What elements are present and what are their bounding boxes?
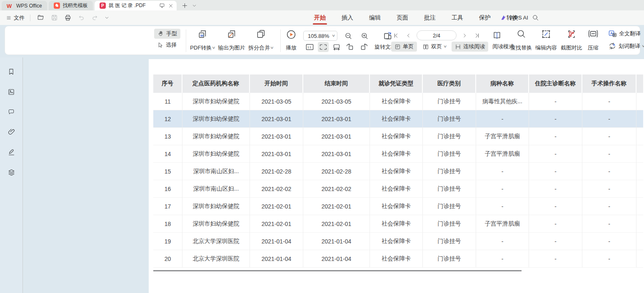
table-bottom-border (153, 270, 522, 271)
rotate-left-icon[interactable] (344, 42, 356, 52)
table-cell: 2021-03-01 (250, 145, 303, 163)
table-cell: 2021-03-05 (303, 93, 370, 110)
actual-size-icon[interactable]: 1:1 (304, 42, 315, 52)
screenshot-compare-button[interactable]: 截图对比 (561, 28, 582, 53)
pdf-convert-button[interactable]: W PDF转换˅ (190, 28, 215, 53)
docer-logo-icon (54, 2, 60, 9)
word-translate-button[interactable]: A文 划词翻译 ˅ (607, 41, 644, 51)
wps-ai-button[interactable]: WPS AI (500, 10, 528, 25)
close-tab-icon[interactable] (168, 3, 173, 8)
table-cell: 子宫平滑肌瘤 (476, 145, 529, 163)
thumbnails-icon[interactable] (6, 87, 17, 97)
tab-wps-office[interactable]: W WPS Office (2, 1, 47, 10)
last-page-icon[interactable] (473, 31, 482, 40)
next-page-icon[interactable] (461, 31, 469, 40)
table-cell: - (529, 110, 582, 128)
table-row[interactable]: 12深圳市妇幼保健院2021-03-012021-03-01社会保障卡门诊挂号-… (153, 110, 643, 128)
menu-item-2[interactable]: 编辑 (361, 10, 389, 25)
continuous-read-button[interactable]: 连续阅读 (452, 42, 488, 52)
table-row[interactable]: 19北京大学深圳医院2021-01-042021-01-04社会保障卡门诊挂号-… (153, 233, 643, 250)
layers-icon[interactable] (6, 167, 17, 178)
zoom-out-icon[interactable] (343, 31, 354, 41)
menu-item-5[interactable]: 工具 (444, 10, 471, 25)
table-header-cell: 开始时间 (250, 74, 303, 93)
print-icon[interactable] (63, 13, 73, 22)
redo-icon[interactable] (90, 13, 100, 22)
page-number-input[interactable]: 2/4 (417, 30, 457, 40)
table-cell: 2021-02-01 (250, 198, 303, 215)
full-translate-button[interactable]: A 全文翻译 (607, 29, 642, 38)
menu-item-0[interactable]: 开始 (306, 10, 334, 25)
compress-button[interactable]: 压缩 (588, 28, 599, 53)
play-label: 播放 (286, 44, 297, 52)
play-button[interactable]: 播放 (286, 28, 297, 53)
fit-width-icon[interactable] (318, 42, 329, 52)
rotate-right-icon[interactable] (358, 42, 369, 52)
zoom-level-select[interactable]: 105.88% ˅ (303, 31, 337, 41)
read-mode-icon[interactable] (491, 30, 503, 41)
save-icon[interactable] (50, 13, 59, 22)
new-tab-icon[interactable] (182, 2, 188, 9)
table-row[interactable]: 11深圳市妇幼保健院2021-03-052021-03-05社会保障卡门诊挂号病… (153, 93, 643, 110)
menu-item-6[interactable]: 保护 (471, 10, 499, 25)
more-actions-chevron-icon[interactable] (103, 14, 110, 21)
table-row[interactable]: 13深圳市妇幼保健院2021-03-012021-03-01社会保障卡门诊挂号子… (153, 128, 643, 145)
find-replace-button[interactable]: 查找替换 (510, 28, 532, 53)
document-viewport[interactable]: 序号定点医药机构名称开始时间结束时间就诊凭证类型医疗类别病种名称住院主诊断名称手… (23, 57, 644, 293)
table-cell: 社会保障卡 (370, 128, 423, 145)
table-cell: - (529, 233, 582, 250)
table-row[interactable]: 17深圳市妇幼保健院2021-02-012021-02-01社会保障卡门诊挂号-… (153, 198, 643, 215)
table-cell: 社会保障卡 (370, 198, 423, 215)
table-row[interactable]: 18深圳市妇幼保健院2021-02-012021-02-01社会保障卡门诊挂号子… (153, 215, 643, 233)
menu-item-1[interactable]: 插入 (334, 10, 361, 25)
single-page-button[interactable]: 单页 (391, 42, 417, 52)
attachments-icon[interactable] (6, 126, 17, 137)
double-page-button[interactable]: 双页 ˅ (419, 42, 449, 52)
search-icon[interactable] (531, 13, 540, 22)
table-cell: - (529, 198, 582, 215)
table-row[interactable]: 16深圳市南山区妇...2021-02-022021-02-02社会保障卡门诊挂… (153, 180, 643, 198)
medical-records-table: 序号定点医药机构名称开始时间结束时间就诊凭证类型医疗类别病种名称住院主诊断名称手… (153, 74, 643, 268)
file-menu-button[interactable]: 文件 (6, 14, 25, 22)
menu-item-3[interactable]: 页面 (389, 10, 416, 25)
comments-icon[interactable] (6, 107, 17, 117)
table-cell: 深圳市妇幼保健院 (182, 128, 250, 145)
table-cell: 19 (153, 233, 182, 250)
table-cell: - (582, 163, 637, 180)
export-as-image-button[interactable]: 输出为图片 (218, 28, 245, 53)
split-merge-label: 拆分合并 (248, 44, 270, 52)
chevron-down-icon: ˅ (332, 34, 335, 38)
table-header-cell: 就诊凭证类型 (370, 74, 423, 93)
edit-content-button[interactable]: 编辑内容 (535, 28, 557, 53)
signature-icon[interactable] (6, 146, 17, 158)
table-row[interactable]: 15深圳市南山区妇...2021-02-282021-02-28社会保障卡门诊挂… (153, 163, 643, 180)
table-cell (637, 145, 643, 163)
word-translate-label: 划词翻译 (619, 42, 640, 50)
tab-docer-templates[interactable]: 找稻壳模板 (49, 1, 93, 10)
hand-tool-button[interactable]: 手型 (154, 29, 180, 39)
screenshot-compare-label: 截图对比 (561, 44, 582, 52)
tab-list-chevron-icon[interactable] (192, 3, 197, 8)
open-folder-icon[interactable] (36, 13, 46, 22)
previous-page-icon[interactable] (404, 31, 412, 40)
table-cell: - (529, 250, 582, 268)
table-cell: 2021-02-01 (303, 198, 370, 215)
split-merge-button[interactable]: 拆分合并˅ (248, 28, 273, 53)
table-cell: - (582, 180, 637, 198)
undo-icon[interactable] (77, 13, 86, 22)
divider (30, 15, 30, 21)
fit-page-icon[interactable] (331, 42, 342, 52)
table-cell: 社会保障卡 (370, 180, 423, 198)
tab-medical-record-pdf[interactable]: P 就 医 记 录 .PDF (95, 1, 177, 10)
bookmarks-icon[interactable] (6, 66, 17, 77)
zoom-in-icon[interactable] (359, 31, 370, 41)
full-translate-label: 全文翻译 (619, 30, 641, 37)
present-to-screen-icon[interactable] (159, 3, 165, 8)
select-tool-button[interactable]: 选择 (154, 40, 180, 50)
divider (280, 30, 281, 52)
table-row[interactable]: 14深圳市妇幼保健院2021-03-012021-03-01社会保障卡门诊挂号子… (153, 145, 643, 163)
first-page-icon[interactable] (392, 31, 400, 40)
table-row[interactable]: 20北京大学深圳医院2021-01-042021-01-04社会保障卡门诊挂号-… (153, 250, 643, 268)
export-image-icon (227, 29, 237, 39)
menu-item-4[interactable]: 批注 (416, 10, 444, 25)
